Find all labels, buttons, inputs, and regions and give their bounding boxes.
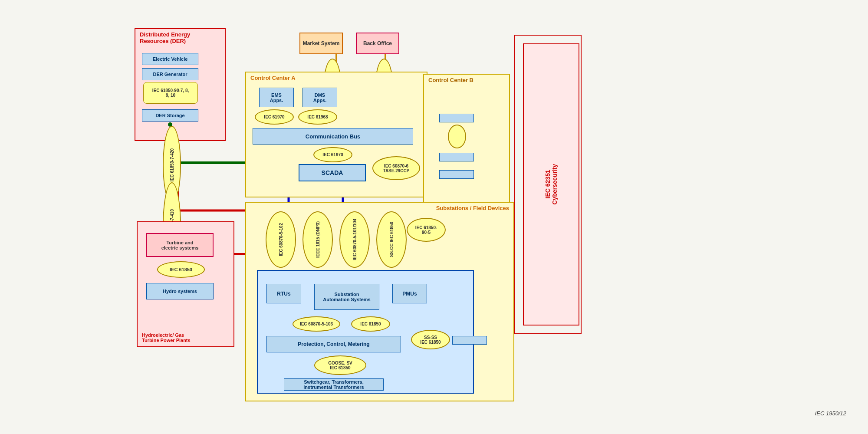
der-region: Distributed EnergyResources (DER) Electr…: [135, 28, 226, 141]
hydro-label: Hydroelectric/ GasTurbine Power Plants: [142, 332, 191, 343]
turbine-electric-box: Turbine andelectric systems: [146, 233, 214, 257]
pmus-box: PMUs: [392, 284, 427, 303]
iec-60870-6-oval: IEC 60870-6TASE.2/ICCP: [372, 156, 420, 180]
iec-60870-5-102-oval: IEC 60870-5-102: [266, 211, 296, 268]
iec-60870-5-103-oval: IEC 60870-5-103: [293, 316, 340, 332]
hydroelectric-region: Hydroelectric/ GasTurbine Power Plants T…: [137, 221, 234, 347]
dms-apps-box: DMSApps.: [302, 88, 337, 107]
der-storage-box: DER Storage: [142, 109, 198, 122]
substations-region: Substations / Field Devices IEC 60870-5-…: [245, 202, 514, 401]
ssss-iec61850-oval: SS-SSIEC 61850: [411, 330, 450, 349]
ccb-label: Control Center B: [428, 77, 473, 83]
iec-61850-hydro-oval: IEC 61850: [157, 261, 205, 278]
goose-sv-oval: GOOSE, SVIEC 61850: [314, 355, 366, 375]
ccb-connector-2: [439, 153, 474, 161]
iec-61968-oval: IEC 61968: [298, 109, 337, 125]
iec-61850-90-5-oval: IEC 61850-90-5: [407, 218, 446, 242]
iec-60870-5-101104-oval: IEC 60870-5-101/104: [339, 211, 370, 268]
ems-apps-box: EMSApps.: [259, 88, 294, 107]
ccb-connector-3: [439, 170, 474, 179]
footnote: IEC 1950/12: [815, 410, 846, 417]
rtus-box: RTUs: [266, 284, 301, 303]
ccb-connector-1: [439, 114, 474, 122]
back-office-box: Back Office: [356, 33, 399, 54]
electric-vehicle-box: Electric Vehicle: [142, 53, 198, 65]
ieee-1815-oval: IEEE 1815 (DNP3): [302, 211, 333, 268]
cca-label: Control Center A: [250, 75, 296, 81]
market-system-box: Market System: [299, 33, 343, 54]
iec-61850-sub-oval: IEC 61850: [351, 316, 390, 332]
outer-right-region: [514, 35, 582, 334]
ccb-oval: [448, 125, 466, 148]
control-center-b-region: Control Center B: [423, 74, 510, 208]
der-generator-box: DER Generator: [142, 68, 198, 80]
substation-automation-box: SubstationAutomation Systems: [314, 284, 379, 310]
iec-61850-90-7-label: IEC 61850-90-7, 8,9, 10: [143, 82, 198, 104]
iec-61970-scada-oval: IEC 61970: [313, 147, 352, 162]
substations-label: Substations / Field Devices: [436, 205, 509, 211]
iec-61970-oval: IEC 61970: [255, 109, 294, 125]
der-label: Distributed EnergyResources (DER): [140, 31, 190, 44]
switchgear-box: Switchgear, Transformers,Instrumental Tr…: [284, 378, 384, 391]
communication-bus-box: Communication Bus: [253, 128, 413, 145]
hydro-systems-box: Hydro systems: [146, 283, 214, 299]
sscc-iec61850-oval: SS-CC IEC 61850: [376, 211, 407, 268]
ssss-connector: [452, 336, 487, 345]
protection-control-box: Protection, Control, Metering: [266, 336, 401, 352]
diagram-container: Distributed EnergyResources (DER) Electr…: [9, 9, 859, 425]
scada-box: SCADA: [299, 164, 366, 181]
